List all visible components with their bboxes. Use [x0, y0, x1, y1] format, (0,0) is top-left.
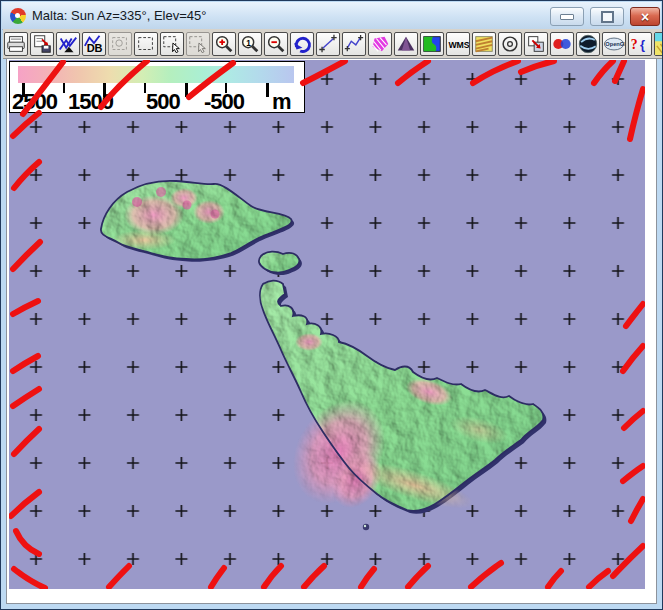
map-view[interactable]: 2500 1500 500 -500 m	[9, 60, 645, 589]
close-button[interactable]: ×	[630, 7, 660, 26]
window-title: Malta: Sun Az=335°, Elev=45°	[32, 8, 206, 23]
select-pointer-button[interactable]	[160, 32, 184, 56]
graticule-grid	[9, 60, 645, 589]
texture-overlay-button[interactable]	[472, 32, 496, 56]
svg-text:OpenGL: OpenGL	[605, 41, 625, 47]
redraw-button[interactable]	[290, 32, 314, 56]
svg-text:DB: DB	[87, 42, 103, 54]
terrain-map[interactable]	[9, 60, 645, 589]
zoom-out-icon	[265, 33, 287, 55]
gps-target-button[interactable]	[498, 32, 522, 56]
legend-label-neg500: -500	[204, 89, 244, 115]
area-polygon-button[interactable]	[368, 32, 392, 56]
print-button[interactable]	[4, 32, 28, 56]
color-relief-icon	[655, 33, 662, 55]
help-icon: ?{	[629, 33, 651, 55]
restore-button[interactable]	[590, 7, 624, 26]
save-button[interactable]	[30, 32, 54, 56]
window-controls: ×	[550, 7, 660, 26]
legend-tick	[63, 83, 65, 93]
select-region-icon	[109, 33, 131, 55]
opengl-button[interactable]: OpenGL	[602, 32, 626, 56]
minimize-icon	[560, 14, 574, 20]
copy-region-icon	[525, 33, 547, 55]
measure-line-icon	[317, 33, 339, 55]
select-pointer-alt-button	[186, 32, 210, 56]
select-box-button[interactable]	[134, 32, 158, 56]
copy-region-button[interactable]	[524, 32, 548, 56]
select-region-button	[108, 32, 132, 56]
load-terrain-button[interactable]	[56, 32, 80, 56]
wms-button[interactable]: WMS	[446, 32, 470, 56]
opengl-icon: OpenGL	[603, 33, 625, 55]
color-relief-button[interactable]	[654, 32, 662, 56]
load-terrain-icon	[57, 33, 79, 55]
map-overlay-button[interactable]	[420, 32, 444, 56]
save-icon	[31, 33, 53, 55]
legend-label-1500: 1500	[68, 89, 113, 115]
select-pointer-alt-icon	[187, 33, 209, 55]
zoom-in-icon	[213, 33, 235, 55]
measure-path-icon	[343, 33, 365, 55]
legend-label-2500: 2500	[12, 89, 57, 115]
redraw-icon	[291, 33, 313, 55]
legend-tick	[185, 83, 188, 97]
view-3d-button[interactable]	[394, 32, 418, 56]
svg-text:1: 1	[246, 38, 251, 47]
gps-target-icon	[499, 33, 521, 55]
help-button[interactable]: ?{	[628, 32, 652, 56]
measure-path-button[interactable]	[342, 32, 366, 56]
zoom-actual-icon: 1	[239, 33, 261, 55]
legend-unit: m	[272, 89, 291, 115]
filfla-island	[363, 524, 369, 530]
measure-line-button[interactable]	[316, 32, 340, 56]
google-earth-icon	[577, 33, 599, 55]
terrain-db-icon: DB	[83, 33, 105, 55]
zoom-out-button[interactable]	[264, 32, 288, 56]
app-window: Malta: Sun Az=335°, Elev=45° × DB1WMSOpe…	[0, 0, 663, 610]
close-icon: ×	[641, 10, 649, 24]
texture-overlay-icon	[473, 33, 495, 55]
zoom-in-button[interactable]	[212, 32, 236, 56]
print-icon	[5, 33, 27, 55]
elevation-legend: 2500 1500 500 -500 m	[9, 61, 305, 113]
terrain-db-button[interactable]: DB	[82, 32, 106, 56]
legend-tick	[266, 83, 269, 97]
minimize-button[interactable]	[550, 7, 584, 26]
map-overlay-icon	[421, 33, 443, 55]
google-earth-button[interactable]	[576, 32, 600, 56]
wms-icon: WMS	[447, 33, 469, 55]
elevation-gradient-bar	[18, 66, 294, 83]
app-icon	[10, 8, 26, 24]
svg-text:?: ?	[631, 36, 638, 51]
toolbar: DB1WMSOpenGL?{	[3, 29, 662, 59]
zoom-actual-button[interactable]: 1	[238, 32, 262, 56]
select-pointer-icon	[161, 33, 183, 55]
anaglyph-3d-button[interactable]	[550, 32, 574, 56]
area-polygon-icon	[369, 33, 391, 55]
view-3d-icon	[395, 33, 417, 55]
select-box-icon	[135, 33, 157, 55]
anaglyph-3d-icon	[551, 33, 573, 55]
svg-text:WMS: WMS	[448, 39, 469, 49]
legend-label-500: 500	[146, 89, 180, 115]
restore-icon	[601, 11, 614, 23]
svg-text:{: {	[640, 36, 645, 51]
